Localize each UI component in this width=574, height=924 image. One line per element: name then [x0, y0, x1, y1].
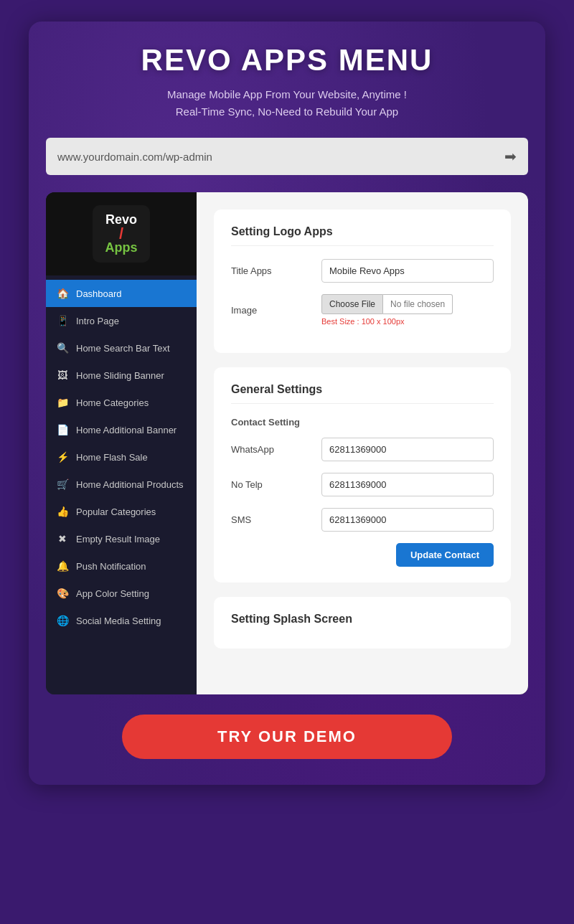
thumbs-up-icon: 👍 — [56, 506, 69, 517]
title-apps-row: Title Apps — [231, 259, 494, 283]
sidebar-logo: Revo / Apps — [46, 192, 197, 275]
logo-slash: / — [119, 227, 123, 240]
setting-logo-card: Setting Logo Apps Title Apps Image Choos… — [214, 209, 511, 353]
flash-icon: ⚡ — [56, 451, 69, 463]
cart-icon: 🛒 — [56, 478, 69, 490]
title-apps-label: Title Apps — [231, 265, 310, 276]
sidebar-item-home-sliding-banner[interactable]: 🖼 Home Sliding Banner — [46, 362, 197, 389]
update-contact-button[interactable]: Update Contact — [396, 543, 494, 567]
sidebar-nav: 🏠 Dashboard 📱 Intro Page 🔍 Home Search B… — [46, 275, 197, 694]
whatsapp-input[interactable] — [321, 438, 494, 461]
contact-setting-subtitle: Contact Setting — [231, 417, 494, 428]
sidebar-item-label: Dashboard — [76, 288, 122, 299]
sidebar-item-label: Empty Result Image — [76, 534, 160, 544]
sidebar-item-home-additional-banner[interactable]: 📄 Home Additional Banner — [46, 416, 197, 443]
title-apps-input[interactable] — [321, 259, 494, 283]
general-settings-title: General Settings — [231, 383, 494, 404]
url-bar[interactable]: www.yourdomain.com/wp-admin ➡ — [46, 138, 528, 175]
logo-apps: Apps — [105, 240, 138, 255]
file-chooser: Choose File No file chosen — [321, 294, 453, 314]
choose-file-button[interactable]: Choose File — [321, 294, 383, 314]
url-text: www.yourdomain.com/wp-admin — [57, 151, 212, 163]
url-arrow-icon[interactable]: ➡ — [504, 148, 517, 165]
setting-logo-title: Setting Logo Apps — [231, 225, 494, 246]
home-icon: 🏠 — [56, 288, 69, 299]
demo-btn-wrap: TRY OUR DEMO — [46, 715, 528, 759]
file-chosen-text: No file chosen — [383, 294, 453, 314]
sidebar: Revo / Apps 🏠 Dashboard 📱 Intro Page 🔍 H… — [46, 192, 197, 694]
phone-icon: 📱 — [56, 315, 69, 326]
sidebar-item-home-additional-products[interactable]: 🛒 Home Additional Products — [46, 471, 197, 498]
no-telp-input[interactable] — [321, 473, 494, 496]
search-icon: 🔍 — [56, 342, 69, 354]
logo-box: Revo / Apps — [93, 205, 150, 263]
file-input-area: Choose File No file chosen Best Size : 1… — [321, 294, 453, 326]
no-telp-row: No Telp — [231, 473, 494, 496]
image-icon: 🖼 — [56, 369, 69, 381]
sms-row: SMS — [231, 508, 494, 532]
general-settings-card: General Settings Contact Setting WhatsAp… — [214, 367, 511, 583]
whatsapp-row: WhatsApp — [231, 438, 494, 461]
sidebar-item-label: Home Categories — [76, 397, 149, 408]
sidebar-item-home-flash-sale[interactable]: ⚡ Home Flash Sale — [46, 443, 197, 471]
sidebar-item-popular-categories[interactable]: 👍 Popular Categories — [46, 498, 197, 525]
page-title: REVO APPS MENU — [46, 43, 528, 77]
sms-input[interactable] — [321, 508, 494, 532]
demo-button[interactable]: TRY OUR DEMO — [122, 715, 452, 759]
sidebar-item-label: Home Additional Banner — [76, 425, 177, 435]
sidebar-item-home-search-bar-text[interactable]: 🔍 Home Search Bar Text — [46, 334, 197, 362]
sidebar-item-label: Social Media Setting — [76, 616, 161, 626]
sidebar-item-label: Intro Page — [76, 316, 119, 326]
sidebar-item-intro-page[interactable]: 📱 Intro Page — [46, 307, 197, 334]
outer-card: REVO APPS MENU Manage Mobile App From Yo… — [29, 22, 545, 785]
sidebar-item-label: Home Additional Products — [76, 479, 184, 490]
whatsapp-label: WhatsApp — [231, 444, 310, 455]
splash-screen-card: Setting Splash Screen — [214, 597, 511, 649]
sidebar-item-app-color-setting[interactable]: 🎨 App Color Setting — [46, 580, 197, 607]
sidebar-item-social-media-setting[interactable]: 🌐 Social Media Setting — [46, 607, 197, 634]
main-panel: Setting Logo Apps Title Apps Image Choos… — [197, 192, 528, 694]
globe-icon: 🌐 — [56, 615, 69, 626]
image-row: Image Choose File No file chosen Best Si… — [231, 294, 494, 326]
sidebar-item-label: App Color Setting — [76, 588, 149, 599]
sidebar-item-label: Home Flash Sale — [76, 452, 148, 463]
sidebar-item-push-notification[interactable]: 🔔 Push Notification — [46, 552, 197, 580]
sidebar-item-label: Home Sliding Banner — [76, 370, 164, 381]
main-content: Revo / Apps 🏠 Dashboard 📱 Intro Page 🔍 H… — [46, 192, 528, 694]
image-label: Image — [231, 305, 310, 316]
sidebar-item-label: Home Search Bar Text — [76, 343, 170, 354]
sidebar-item-dashboard[interactable]: 🏠 Dashboard — [46, 280, 197, 307]
palette-icon: 🎨 — [56, 588, 69, 599]
sidebar-item-home-categories[interactable]: 📁 Home Categories — [46, 389, 197, 416]
bell-icon: 🔔 — [56, 560, 69, 572]
no-telp-label: No Telp — [231, 479, 310, 490]
folder-icon: 📁 — [56, 397, 69, 408]
doc-icon: 📄 — [56, 424, 69, 435]
splash-screen-title: Setting Splash Screen — [231, 613, 494, 633]
sidebar-item-label: Popular Categories — [76, 506, 156, 517]
sidebar-item-label: Push Notification — [76, 561, 146, 572]
x-icon: ✖ — [56, 533, 69, 544]
sms-label: SMS — [231, 514, 310, 525]
page-subtitle: Manage Mobile App From Your Website, Any… — [46, 86, 528, 121]
file-hint: Best Size : 100 x 100px — [321, 317, 453, 326]
sidebar-item-empty-result-image[interactable]: ✖ Empty Result Image — [46, 525, 197, 552]
